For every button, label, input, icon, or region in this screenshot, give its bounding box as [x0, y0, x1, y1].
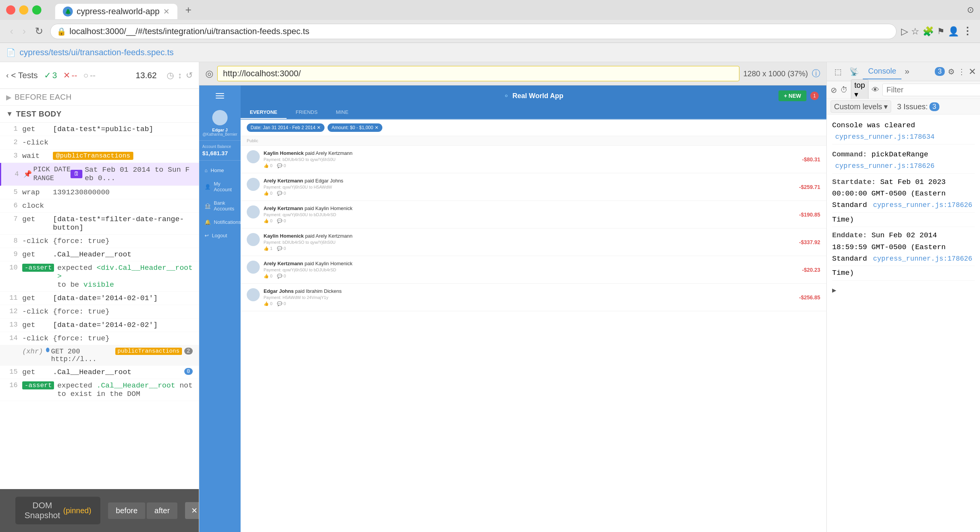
- transaction-row[interactable]: Kaylin Homenick paid Arely Kertzmann Pay…: [241, 146, 826, 173]
- avatar: [247, 205, 260, 218]
- new-transaction-button[interactable]: + NEW: [778, 90, 806, 101]
- devtools-settings-icon[interactable]: ⚙: [948, 67, 955, 76]
- ban-icon[interactable]: ⊘: [831, 85, 837, 95]
- command-11[interactable]: 11 get [data-date='2014-02-01']: [0, 292, 199, 305]
- sidebar-item-notifications[interactable]: 🔔 Notifications: [199, 215, 241, 229]
- timer-icon[interactable]: ◷: [167, 71, 174, 80]
- command-xhr[interactable]: (xhr) GET 200 http://l... publicTransact…: [0, 345, 199, 366]
- profile-flag-icon[interactable]: ⚑: [937, 26, 945, 36]
- command-1[interactable]: 1 get [data-test*=public-tab]: [0, 123, 199, 136]
- devtools-network-icon[interactable]: 📡: [847, 64, 861, 79]
- fullscreen-window-button[interactable]: [32, 5, 41, 15]
- close-window-button[interactable]: [6, 5, 15, 15]
- devtools-more-options-icon[interactable]: ⋮: [958, 67, 965, 76]
- cmd-num: 9: [6, 250, 18, 258]
- cmd-arg: {force: true}: [53, 237, 193, 245]
- transaction-row[interactable]: Edgar Johns paid Ibrahim Dickens Payment…: [241, 284, 826, 311]
- enddate-cont-text: Time): [832, 269, 854, 277]
- date-filter-chip[interactable]: Date: Jan 31 2014 - Feb 2 2014 ✕: [247, 123, 324, 132]
- comment-count: 💬 0: [277, 191, 286, 196]
- command-6[interactable]: 6 clock: [0, 199, 199, 213]
- eye-icon[interactable]: 👁: [872, 85, 879, 94]
- date-filter-remove[interactable]: ✕: [317, 125, 321, 130]
- spec-file-path[interactable]: cypress/tests/ui/transaction-feeds.spec.…: [20, 48, 174, 57]
- reload-button[interactable]: ↻: [33, 23, 46, 39]
- command-5[interactable]: 5 wrap 1391230800000: [0, 186, 199, 199]
- like-count: 👍 1: [264, 246, 272, 251]
- amount-filter-remove[interactable]: ✕: [375, 125, 379, 130]
- command-14[interactable]: 14 -click {force: true}: [0, 332, 199, 345]
- more-icon[interactable]: ⋮: [962, 25, 972, 37]
- startdate-link[interactable]: cypress_runner.js:178626: [873, 201, 972, 209]
- tab-mine[interactable]: MINE: [327, 106, 358, 119]
- target-icon[interactable]: ◎: [205, 68, 213, 79]
- cast-icon[interactable]: ⊙: [967, 5, 974, 15]
- command-9[interactable]: 9 get .Cal__Header__root: [0, 248, 199, 261]
- command-2[interactable]: 2 -click: [0, 136, 199, 149]
- command-12[interactable]: 12 -click {force: true}: [0, 305, 199, 319]
- before-each-section[interactable]: ▶ BEFORE EACH: [0, 89, 199, 106]
- new-tab-button[interactable]: +: [177, 1, 199, 19]
- cmd-name: get: [22, 125, 53, 133]
- after-button[interactable]: after: [147, 502, 177, 519]
- amount-filter-chip[interactable]: Amount: $0 - $1,000 ✕: [328, 123, 382, 132]
- sidebar-item-myaccount[interactable]: 👤 My Account: [199, 177, 241, 196]
- refresh-icon[interactable]: ↺: [186, 71, 193, 80]
- tab-friends[interactable]: FRIENDS: [287, 106, 327, 119]
- enddate-link[interactable]: cypress_runner.js:178626: [873, 255, 972, 263]
- command-4-highlighted[interactable]: 4 📌 PICK DATERANGE 🗓 Sat Feb 01 2014 to …: [0, 163, 199, 186]
- command-15[interactable]: 15 get .Cal__Header__root 0: [0, 366, 199, 379]
- command-13[interactable]: 13 get [data-date='2014-02-02']: [0, 319, 199, 332]
- test-body-label: TEST BODY: [16, 110, 62, 118]
- devtools-elements-icon[interactable]: ⬚: [831, 64, 846, 79]
- command-16[interactable]: 16 -assert expected .Cal__Header__root n…: [0, 379, 199, 401]
- tab-close-button[interactable]: ✕: [163, 7, 170, 16]
- top-context-select[interactable]: top ▾: [851, 79, 869, 100]
- transaction-row[interactable]: Arely Kertzmann paid Kaylin Homenick Pay…: [241, 201, 826, 228]
- info-icon[interactable]: ⓘ: [812, 68, 820, 79]
- dom-snapshot-button[interactable]: DOM Snapshot (pinned): [15, 497, 100, 524]
- bookmark-icon[interactable]: ☆: [911, 26, 919, 37]
- extensions-icon[interactable]: 🧩: [923, 26, 934, 37]
- devtools-tabs-bar: ⬚ 📡 Console » 3 ⚙ ⋮ ✕: [827, 62, 980, 81]
- console-expand-button[interactable]: ▶: [832, 284, 975, 298]
- test-body-section[interactable]: ▼ TEST BODY: [0, 106, 199, 123]
- before-button[interactable]: before: [108, 502, 145, 519]
- back-to-tests-button[interactable]: ‹ < Tests: [6, 71, 38, 80]
- transaction-row[interactable]: Kaylin Homenick paid Arely Kertzmann Pay…: [241, 228, 826, 256]
- sidebar-item-logout[interactable]: ↩ Logout: [199, 229, 241, 242]
- address-bar[interactable]: 🔒 localhost:3000/__/#/tests/integration/…: [50, 24, 896, 39]
- devtools-more-button[interactable]: »: [905, 67, 909, 77]
- sidebar-item-home[interactable]: ⌂ Home: [199, 164, 241, 177]
- profile-icon[interactable]: 👤: [948, 26, 959, 37]
- back-button[interactable]: ‹: [8, 23, 16, 39]
- console-filter-input[interactable]: [882, 84, 980, 96]
- command-3[interactable]: 3 wait @publicTransactions: [0, 149, 199, 163]
- transaction-row[interactable]: Arely Kertzmann paid Kaylin Homenick Pay…: [241, 256, 826, 284]
- hamburger-menu-button[interactable]: [199, 85, 241, 106]
- play-icon[interactable]: ▷: [901, 26, 908, 37]
- devtools-close-button[interactable]: ✕: [969, 66, 976, 77]
- preview-url-bar[interactable]: http://localhost:3000/: [217, 66, 739, 81]
- preview-size-label: 1280 x 1000 (37%): [743, 69, 808, 78]
- sort-icon[interactable]: ↕: [178, 71, 182, 80]
- devtools-console-tab[interactable]: Console: [863, 64, 901, 79]
- dom-close-button[interactable]: ✕: [185, 502, 199, 519]
- tab-everyone[interactable]: EVERYONE: [241, 106, 287, 119]
- command-8[interactable]: 8 -click {force: true}: [0, 235, 199, 248]
- minimize-window-button[interactable]: [19, 5, 28, 15]
- like-count: 👍 0: [264, 274, 272, 279]
- transaction-row[interactable]: Arely Kertzmann paid Edgar Johns Payment…: [241, 173, 826, 201]
- command-10[interactable]: 10 -assert expected <div.Cal__Header__ro…: [0, 261, 199, 292]
- devtools-panel: ⬚ 📡 Console » 3 ⚙ ⋮ ✕ ⊘ ⏱ top ▾: [827, 62, 980, 532]
- forward-button[interactable]: ›: [20, 23, 28, 39]
- cleared-link[interactable]: cypress_runner.js:178634: [835, 133, 934, 141]
- command-7[interactable]: 7 get [data-test*=filter-date-range-butt…: [0, 213, 199, 235]
- active-tab[interactable]: 🌲 cypress-realworld-app ✕: [55, 4, 177, 19]
- issues-count[interactable]: 3 Issues: 3: [897, 102, 939, 111]
- sidebar-item-bankaccounts[interactable]: 🏦 Bank Accounts: [199, 196, 241, 215]
- custom-levels-dropdown[interactable]: Custom levels ▾: [831, 100, 891, 113]
- cmd-arg: {force: true}: [53, 334, 193, 343]
- clock-history-icon[interactable]: ⏱: [840, 85, 848, 94]
- command-link[interactable]: cypress_runner.js:178626: [835, 162, 934, 170]
